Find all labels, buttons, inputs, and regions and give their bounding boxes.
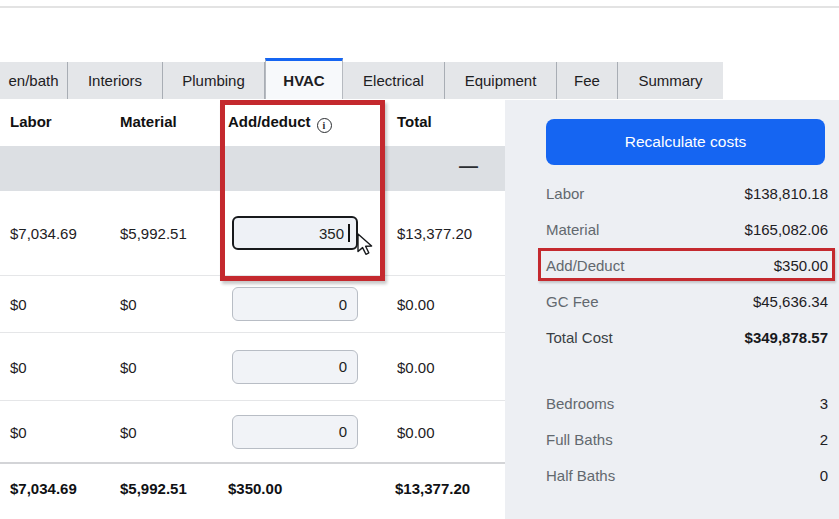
- table-row: $7,034.69 $5,992.51 $13,377.20: [0, 191, 505, 276]
- add-deduct-input[interactable]: [232, 287, 358, 321]
- labor-value: $0: [10, 296, 27, 313]
- cost-summary-panel: Recalculate costs Labor $138,810.18 Mate…: [505, 100, 839, 519]
- total-value: $0.00: [397, 423, 435, 440]
- labor-total: $7,034.69: [10, 480, 77, 497]
- estimator-page: en/bath Interiors Plumbing HVAC Electric…: [0, 0, 839, 519]
- table-totals-row: $7,034.69 $5,992.51 $350.00 $13,377.20: [0, 464, 505, 519]
- tab-plumbing[interactable]: Plumbing: [163, 62, 265, 99]
- tab-fee[interactable]: Fee: [557, 62, 618, 99]
- summary-row-material: Material $165,082.06: [546, 217, 828, 241]
- tab-equipment[interactable]: Equipment: [445, 62, 557, 99]
- summary-row-gc-fee: GC Fee $45,636.34: [546, 289, 828, 313]
- summary-label: Material: [546, 221, 599, 238]
- table-header-row: Labor Material Add/deducti Total: [0, 100, 505, 146]
- material-value: $0: [120, 296, 137, 313]
- total-value: $0.00: [397, 358, 435, 375]
- column-header-material: Material: [120, 113, 177, 130]
- table-row: $0 $0 $0.00: [0, 276, 505, 333]
- tab-hvac[interactable]: HVAC: [265, 58, 343, 99]
- category-tabbar: en/bath Interiors Plumbing HVAC Electric…: [0, 62, 723, 99]
- summary-value: $349,878.57: [745, 329, 828, 346]
- material-value: $5,992.51: [120, 225, 187, 242]
- add-deduct-input[interactable]: [232, 350, 358, 384]
- summary-value: $165,082.06: [745, 221, 828, 238]
- tab-interiors[interactable]: Interiors: [68, 62, 163, 99]
- summary-value: $350.00: [774, 257, 828, 274]
- material-value: $0: [120, 423, 137, 440]
- summary-label: Labor: [546, 185, 584, 202]
- stat-label: Half Baths: [546, 467, 615, 484]
- summary-label: Total Cost: [546, 329, 613, 346]
- summary-row-add-deduct: Add/Deduct $350.00: [546, 253, 828, 277]
- summary-row-labor: Labor $138,810.18: [546, 181, 828, 205]
- table-row: $0 $0 $0.00: [0, 401, 505, 464]
- hvac-cost-table: Labor Material Add/deducti Total — $7,03…: [0, 100, 505, 519]
- recalculate-costs-button[interactable]: Recalculate costs: [546, 119, 825, 165]
- info-icon[interactable]: i: [317, 118, 332, 133]
- total-value: $0.00: [397, 296, 435, 313]
- summary-row-total-cost: Total Cost $349,878.57: [546, 325, 828, 349]
- grand-total: $13,377.20: [395, 480, 470, 497]
- table-row: $0 $0 $0.00: [0, 333, 505, 401]
- group-empty-dash: —: [459, 155, 478, 177]
- tab-kitchen-bath[interactable]: en/bath: [0, 62, 68, 99]
- tab-electrical[interactable]: Electrical: [343, 62, 445, 99]
- labor-value: $0: [10, 423, 27, 440]
- group-section-row: —: [0, 146, 505, 191]
- add-deduct-input[interactable]: [232, 216, 358, 250]
- labor-value: $0: [10, 358, 27, 375]
- stat-label: Bedrooms: [546, 395, 614, 412]
- stat-row-half-baths: Half Baths 0: [546, 463, 828, 487]
- summary-value: $138,810.18: [745, 185, 828, 202]
- total-value: $13,377.20: [397, 225, 472, 242]
- stat-row-full-baths: Full Baths 2: [546, 427, 828, 451]
- stat-value: 3: [820, 395, 828, 412]
- summary-value: $45,636.34: [753, 293, 828, 310]
- text-caret: [348, 224, 350, 242]
- stat-value: 2: [820, 431, 828, 448]
- labor-value: $7,034.69: [10, 225, 77, 242]
- stat-value: 0: [820, 467, 828, 484]
- add-deduct-input[interactable]: [232, 415, 358, 449]
- stat-label: Full Baths: [546, 431, 613, 448]
- material-total: $5,992.51: [120, 480, 187, 497]
- add-deduct-total: $350.00: [228, 480, 282, 497]
- column-header-add-deduct: Add/deducti: [228, 113, 332, 133]
- top-divider: [0, 6, 839, 8]
- summary-label: GC Fee: [546, 293, 599, 310]
- material-value: $0: [120, 358, 137, 375]
- tab-summary[interactable]: Summary: [618, 62, 723, 99]
- stat-row-bedrooms: Bedrooms 3: [546, 391, 828, 415]
- column-header-total: Total: [397, 113, 432, 130]
- summary-label: Add/Deduct: [546, 257, 624, 274]
- column-header-labor: Labor: [10, 113, 52, 130]
